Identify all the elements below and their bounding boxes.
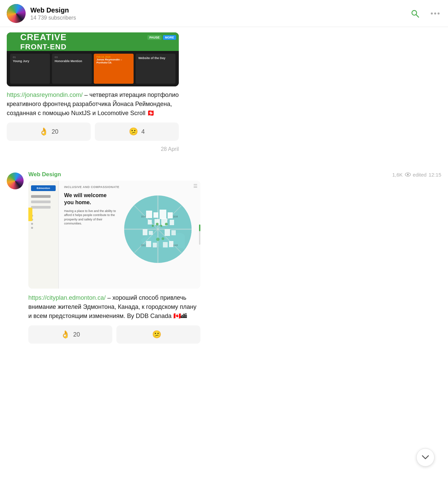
more-icon bbox=[430, 12, 440, 15]
city-map-svg: 10.4 10.8 15.2 14.6 bbox=[121, 192, 195, 266]
image-badges: PAUSE MORE bbox=[147, 35, 176, 40]
svg-rect-18 bbox=[165, 229, 170, 236]
search-button[interactable] bbox=[409, 7, 421, 20]
city-nav-3 bbox=[31, 206, 51, 209]
second-ok-count: 20 bbox=[73, 331, 80, 338]
ok-count: 20 bbox=[52, 128, 58, 135]
award-honorable: 03 Honorable Mention bbox=[52, 54, 92, 84]
svg-point-6 bbox=[407, 174, 409, 176]
header-actions bbox=[409, 7, 441, 20]
messages-content: CREATIVE FRONT-END PAUSE MORE 01 Young J… bbox=[0, 27, 448, 352]
svg-rect-16 bbox=[143, 229, 147, 235]
ok-emoji: 👌 bbox=[39, 127, 48, 136]
svg-rect-15 bbox=[170, 220, 174, 225]
city-body: Having a place to live and the ability t… bbox=[64, 209, 117, 226]
svg-rect-19 bbox=[171, 230, 176, 235]
dot-3 bbox=[31, 223, 33, 225]
svg-point-2 bbox=[431, 12, 433, 15]
message-sender-name: Web Design bbox=[28, 171, 61, 178]
svg-point-27 bbox=[152, 225, 154, 227]
second-reaction-ok-button[interactable]: 👌 20 bbox=[28, 325, 112, 344]
svg-rect-12 bbox=[148, 220, 152, 224]
edited-label: edited bbox=[413, 172, 427, 178]
second-message-header: Web Design 1,6K edited 12:15 bbox=[28, 171, 441, 178]
first-post-reactions: 👌 20 😕 4 bbox=[7, 123, 179, 141]
scroll-thumb bbox=[199, 224, 200, 231]
reaction-sad-button[interactable]: 😕 4 bbox=[95, 123, 179, 141]
svg-point-29 bbox=[162, 237, 164, 240]
city-logo: Edmonton bbox=[31, 185, 56, 191]
city-circle-map: 10.4 10.8 15.2 14.6 bbox=[121, 192, 195, 266]
second-message-block: Web Design 1,6K edited 12:15 bbox=[7, 168, 441, 346]
svg-text:15.2: 15.2 bbox=[141, 244, 146, 246]
first-post-text: https://jonasreymondin.com/ – четвертая … bbox=[7, 90, 179, 118]
svg-rect-22 bbox=[163, 242, 168, 247]
svg-point-28 bbox=[156, 238, 160, 241]
second-post-reactions: 👌 20 😕 bbox=[28, 325, 200, 344]
svg-rect-17 bbox=[149, 231, 153, 235]
svg-point-4 bbox=[438, 12, 440, 15]
channel-avatar bbox=[7, 4, 26, 23]
second-post-link[interactable]: https://cityplan.edmonton.ca/ bbox=[28, 294, 106, 301]
svg-rect-9 bbox=[153, 212, 158, 218]
svg-point-25 bbox=[160, 225, 162, 227]
svg-text:10.4: 10.4 bbox=[141, 215, 146, 218]
award-young-jury: 01 Young Jury bbox=[10, 54, 50, 84]
creative-title: CREATIVE FRONT-END bbox=[13, 32, 74, 51]
channel-name: Web Design bbox=[30, 6, 409, 14]
svg-text:14.6: 14.6 bbox=[173, 244, 178, 246]
creative-frontend-image: CREATIVE FRONT-END PAUSE MORE 01 Young J… bbox=[7, 32, 179, 86]
scroll-to-bottom-button[interactable] bbox=[416, 448, 435, 466]
edmonton-image: Edmonton ☰ bbox=[28, 181, 200, 289]
creative-line1: CREATIVE bbox=[20, 32, 67, 43]
message-avatar bbox=[7, 172, 24, 189]
city-left-panel: Edmonton bbox=[28, 181, 59, 289]
channel-header: Web Design 14 739 subscribers bbox=[0, 0, 448, 27]
expand-icon: ☰ bbox=[193, 183, 198, 189]
svg-point-3 bbox=[434, 12, 436, 15]
badge-more: MORE bbox=[163, 35, 176, 40]
date-separator: 28 April bbox=[7, 143, 179, 158]
svg-rect-8 bbox=[146, 211, 152, 218]
badge-pause: PAUSE bbox=[147, 35, 162, 40]
svg-point-26 bbox=[165, 223, 168, 225]
sad-count: 4 bbox=[141, 128, 145, 135]
svg-line-1 bbox=[416, 15, 419, 17]
awards-row: 01 Young Jury 03 Honorable Mention Feb 1… bbox=[7, 51, 179, 86]
award-main: Feb 14, 2019 Jonas Reymondin – Portfolio… bbox=[94, 54, 134, 84]
second-message-wrapper: Web Design 1,6K edited 12:15 bbox=[7, 163, 441, 352]
city-headline: We will welcome you home. bbox=[64, 192, 117, 206]
svg-rect-11 bbox=[168, 212, 173, 218]
city-nav-1 bbox=[31, 195, 51, 198]
second-message-content: Web Design 1,6K edited 12:15 bbox=[28, 171, 441, 346]
reaction-ok-button[interactable]: 👌 20 bbox=[7, 123, 91, 141]
creative-top-banner: CREATIVE FRONT-END PAUSE MORE bbox=[7, 32, 179, 51]
city-main-content: ☰ INCLUSIVE AND COMPASSIONATE We will we… bbox=[59, 181, 200, 289]
city-yellow-accent bbox=[28, 208, 32, 221]
city-content-area: We will welcome you home. Having a place… bbox=[64, 192, 195, 266]
second-ok-emoji: 👌 bbox=[61, 330, 70, 339]
svg-text:10.8: 10.8 bbox=[173, 215, 178, 218]
first-message-block: CREATIVE FRONT-END PAUSE MORE 01 Young J… bbox=[7, 27, 441, 163]
city-text-block: We will welcome you home. Having a place… bbox=[64, 192, 117, 226]
sad-emoji: 😕 bbox=[129, 127, 138, 136]
city-header-text: INCLUSIVE AND COMPASSIONATE bbox=[64, 185, 195, 189]
views-icon bbox=[405, 172, 411, 177]
svg-point-24 bbox=[156, 223, 159, 225]
first-post-link[interactable]: https://jonasreymondin.com/ bbox=[7, 91, 83, 98]
message-time: 12:15 bbox=[428, 172, 441, 178]
svg-rect-10 bbox=[160, 210, 166, 219]
search-icon bbox=[410, 9, 420, 18]
more-options-button[interactable] bbox=[429, 10, 441, 17]
chevron-down-icon bbox=[422, 455, 429, 460]
creative-line2: FRONT-END bbox=[20, 43, 67, 51]
award-website-day: Website of the Day bbox=[136, 54, 175, 84]
scroll-indicator bbox=[199, 224, 200, 245]
svg-rect-21 bbox=[153, 243, 157, 247]
second-sad-emoji: 😕 bbox=[152, 330, 161, 339]
city-nav-2 bbox=[31, 201, 51, 203]
channel-info: Web Design 14 739 subscribers bbox=[30, 6, 409, 21]
second-reaction-sad-button[interactable]: 😕 bbox=[116, 325, 200, 344]
svg-rect-20 bbox=[146, 241, 151, 247]
message-meta: 1,6K edited 12:15 bbox=[392, 172, 441, 178]
